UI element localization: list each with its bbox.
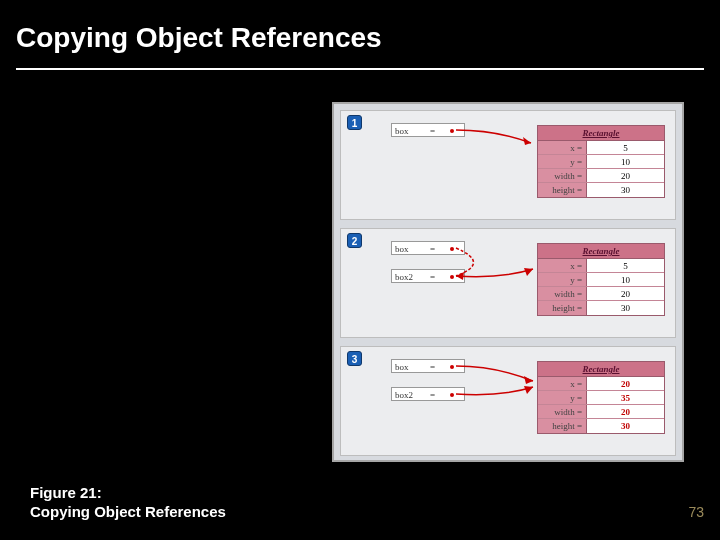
var-name: box: [395, 242, 409, 256]
var-name: box2: [395, 270, 413, 284]
field-row: width =20: [538, 169, 664, 183]
reference-dot: [450, 393, 454, 397]
panel-3: 3 box = box2 = Rectangle x =20 y =35 wid…: [340, 346, 676, 456]
field-row: width =20: [538, 405, 664, 419]
figure-caption: Figure 21: Copying Object References: [30, 484, 226, 520]
field-row: height =30: [538, 183, 664, 197]
field-row: width =20: [538, 287, 664, 301]
var-box-2: box2 =: [391, 387, 465, 401]
field-row: height =30: [538, 419, 664, 433]
object-box: Rectangle x =5 y =10 width =20 height =3…: [537, 243, 665, 316]
reference-dot: [450, 275, 454, 279]
var-name: box: [395, 360, 409, 374]
panel-number: 2: [347, 233, 362, 248]
equals-sign: =: [430, 270, 435, 284]
caption-line1: Figure 21:: [30, 484, 226, 501]
object-type: Rectangle: [538, 244, 664, 259]
divider: [16, 68, 704, 70]
page-number: 73: [688, 504, 704, 520]
object-box: Rectangle x =5 y =10 width =20 height =3…: [537, 125, 665, 198]
diagram: 1 box = Rectangle x =5 y =10 width =20 h…: [332, 102, 684, 462]
panel-1: 1 box = Rectangle x =5 y =10 width =20 h…: [340, 110, 676, 220]
field-row: x =20: [538, 377, 664, 391]
reference-dot: [450, 247, 454, 251]
field-row: y =35: [538, 391, 664, 405]
var-box-2: box2 =: [391, 269, 465, 283]
reference-dot: [450, 129, 454, 133]
page-title: Copying Object References: [16, 22, 704, 54]
svg-marker-0: [523, 137, 531, 145]
svg-marker-2: [524, 268, 533, 276]
header: Copying Object References: [0, 0, 720, 62]
panel-number: 1: [347, 115, 362, 130]
var-box: box =: [391, 241, 465, 255]
field-row: x =5: [538, 259, 664, 273]
var-box: box =: [391, 359, 465, 373]
var-name: box2: [395, 388, 413, 402]
object-type: Rectangle: [538, 362, 664, 377]
equals-sign: =: [430, 360, 435, 374]
svg-marker-4: [524, 386, 533, 394]
reference-dot: [450, 365, 454, 369]
var-name: box: [395, 124, 409, 138]
field-row: y =10: [538, 273, 664, 287]
equals-sign: =: [430, 124, 435, 138]
equals-sign: =: [430, 388, 435, 402]
object-box: Rectangle x =20 y =35 width =20 height =…: [537, 361, 665, 434]
field-row: y =10: [538, 155, 664, 169]
caption-line2: Copying Object References: [30, 503, 226, 520]
equals-sign: =: [430, 242, 435, 256]
panel-number: 3: [347, 351, 362, 366]
svg-marker-3: [524, 376, 533, 384]
object-type: Rectangle: [538, 126, 664, 141]
field-row: x =5: [538, 141, 664, 155]
panel-2: 2 box = box2 = Rectangle x =5 y =10 widt…: [340, 228, 676, 338]
var-box: box =: [391, 123, 465, 137]
field-row: height =30: [538, 301, 664, 315]
